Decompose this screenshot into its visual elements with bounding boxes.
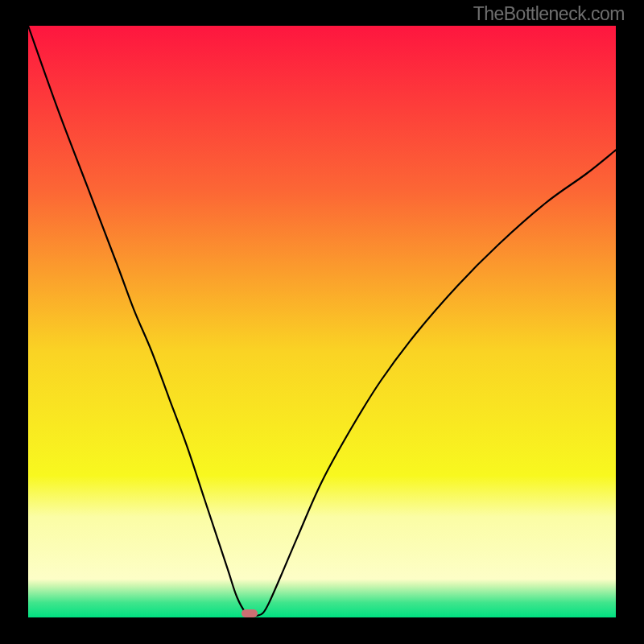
optimum-marker: [242, 609, 258, 617]
plot-area: [28, 26, 616, 617]
attribution-label: TheBottleneck.com: [473, 3, 625, 25]
gradient-rect: [28, 26, 616, 617]
chart-frame: TheBottleneck.com: [0, 0, 644, 644]
plot-svg: [28, 26, 616, 617]
